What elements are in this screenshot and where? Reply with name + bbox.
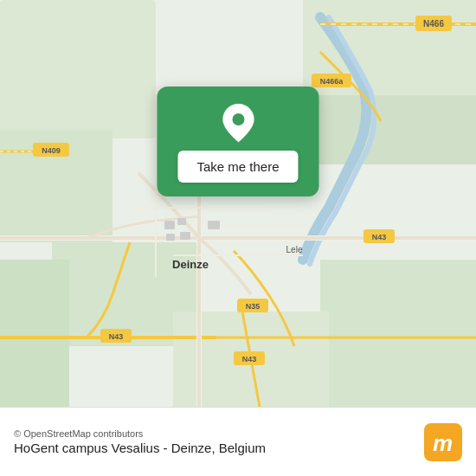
moovit-logo-icon: m <box>424 423 462 461</box>
svg-point-47 <box>232 113 244 125</box>
svg-text:N466: N466 <box>423 19 444 29</box>
svg-text:N43: N43 <box>109 332 124 341</box>
svg-text:N466a: N466a <box>320 77 344 86</box>
svg-rect-1 <box>0 0 156 138</box>
map-area[interactable]: N466 N466a N409 N43 N43 N43 N35 Deinze L… <box>0 0 476 407</box>
svg-text:N35: N35 <box>246 302 261 311</box>
svg-rect-40 <box>164 221 175 229</box>
svg-rect-44 <box>180 232 190 240</box>
svg-rect-6 <box>0 260 69 407</box>
pin-icon <box>221 102 255 144</box>
bottom-bar: © OpenStreetMap contributors HoGent camp… <box>0 407 476 476</box>
take-me-there-button[interactable]: Take me there <box>177 151 298 183</box>
map-svg: N466 N466a N409 N43 N43 N43 N35 Deinze L… <box>0 0 476 407</box>
location-title: HoGent campus Vesalius - Deinze, Belgium <box>14 441 266 455</box>
svg-text:N409: N409 <box>42 146 61 155</box>
location-card: Take me there <box>157 87 318 196</box>
svg-text:Deinze: Deinze <box>172 258 209 271</box>
osm-attribution: © OpenStreetMap contributors <box>14 428 266 439</box>
svg-text:N43: N43 <box>242 355 257 363</box>
svg-text:N43: N43 <box>372 233 387 241</box>
svg-rect-7 <box>320 260 476 407</box>
svg-rect-42 <box>208 221 220 229</box>
svg-rect-43 <box>166 234 175 241</box>
svg-rect-4 <box>303 95 476 164</box>
svg-text:m: m <box>433 430 453 456</box>
pin-icon-wrapper <box>217 102 259 144</box>
svg-text:Lele: Lele <box>286 245 303 254</box>
svg-rect-41 <box>177 218 186 225</box>
moovit-logo: m <box>424 423 462 461</box>
bottom-info: © OpenStreetMap contributors HoGent camp… <box>14 428 266 455</box>
